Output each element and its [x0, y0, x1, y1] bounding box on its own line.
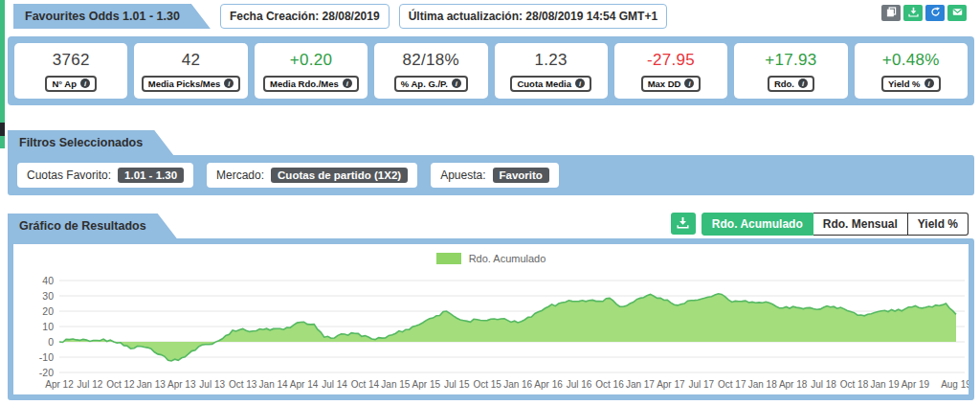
stat-label: % Ap. G./P.	[394, 76, 468, 92]
dashboard-page: Favourites Odds 1.01 - 1.30 Fecha Creaci…	[0, 0, 980, 405]
info-icon[interactable]	[80, 79, 90, 88]
header-toolbar	[881, 4, 967, 21]
copy-icon	[886, 6, 897, 20]
svg-text:10: 10	[42, 321, 54, 332]
chart-legend[interactable]: Rdo. Acumulado	[13, 244, 969, 267]
stat-label-text: % Ap. G./P.	[401, 79, 448, 89]
stat-value: 42	[182, 51, 201, 70]
header: Favourites Odds 1.01 - 1.30 Fecha Creaci…	[0, 0, 980, 29]
filters-section-tab: Filtros Seleccionados	[8, 130, 173, 155]
stat-card-pct-gp: 82/18% % Ap. G./P.	[374, 43, 487, 99]
stat-label-text: Max DD	[648, 79, 681, 89]
svg-text:Apr 18: Apr 18	[779, 379, 808, 390]
svg-text:Apr 16: Apr 16	[534, 379, 563, 390]
stat-card-media-rdo: +0.20 Media Rdo./Mes	[255, 43, 368, 99]
mail-button[interactable]	[947, 5, 967, 21]
download-icon	[677, 216, 689, 232]
svg-text:-10: -10	[39, 351, 54, 363]
stat-card-rdo: +17.93 Rdo.	[734, 43, 847, 99]
svg-text:Oct 12: Oct 12	[106, 379, 135, 390]
svg-text:Jan 17: Jan 17	[626, 379, 655, 390]
tab-rdo-mensual[interactable]: Rdo. Mensual	[813, 213, 908, 236]
svg-text:0: 0	[48, 336, 54, 348]
stat-label-text: Media Rdo./Mes	[270, 79, 339, 89]
stat-label: Media Picks/Mes	[142, 76, 241, 92]
svg-text:Jan 16: Jan 16	[503, 379, 532, 390]
stat-label: Max DD	[641, 76, 702, 92]
svg-text:Jul 12: Jul 12	[78, 379, 103, 390]
stat-value: +17.93	[765, 51, 816, 70]
tab-yield[interactable]: Yield %	[908, 213, 969, 236]
stat-card-n-ap: 3762 N° Ap	[14, 43, 127, 99]
refresh-button[interactable]	[925, 5, 945, 21]
info-icon[interactable]	[575, 79, 585, 88]
left-edge-accent	[0, 0, 5, 123]
svg-text:Oct 16: Oct 16	[595, 379, 624, 390]
stat-label: Media Rdo./Mes	[263, 76, 359, 92]
download-icon	[908, 6, 919, 20]
stat-label-text: N° Ap	[52, 79, 77, 89]
stat-value: 3762	[53, 51, 90, 70]
filter-label: Mercado:	[216, 169, 264, 182]
info-icon[interactable]	[224, 79, 234, 88]
info-icon[interactable]	[924, 79, 934, 88]
stat-label-text: Cuota Media	[517, 79, 570, 89]
stat-value: -27.95	[647, 51, 695, 70]
svg-text:Jan 14: Jan 14	[259, 379, 288, 390]
svg-text:Jul 18: Jul 18	[811, 379, 836, 390]
info-icon[interactable]	[684, 79, 694, 88]
svg-text:Jan 13: Jan 13	[137, 379, 166, 390]
creation-date-box: Fecha Creación: 28/08/2019	[220, 4, 390, 29]
refresh-icon	[930, 6, 941, 20]
filter-value-badge: Cuotas de partido (1X2)	[271, 168, 408, 183]
info-icon[interactable]	[343, 79, 352, 88]
svg-text:Oct 17: Oct 17	[718, 379, 746, 390]
stat-value: 82/18%	[403, 51, 459, 70]
stat-card-cuota-media: 1.23 Cuota Media	[495, 43, 608, 99]
chart-area: Rdo. Acumulado 403020100-10-20Apr 12Jul …	[13, 244, 969, 394]
filter-apuesta: Apuesta: Favorito	[431, 163, 559, 188]
page-title-tab: Favourites Odds 1.01 - 1.30	[13, 4, 211, 29]
svg-text:Oct 14: Oct 14	[351, 379, 380, 390]
chart-view-toggle: Rdo. Acumulado Rdo. Mensual Yield %	[702, 213, 969, 236]
svg-text:Jul 17: Jul 17	[688, 379, 714, 390]
info-icon[interactable]	[798, 79, 808, 88]
legend-swatch	[436, 253, 461, 264]
svg-text:Jul 13: Jul 13	[199, 379, 225, 390]
chart-panel: Rdo. Acumulado 403020100-10-20Apr 12Jul …	[8, 238, 974, 400]
stat-value: 1.23	[535, 51, 568, 70]
svg-text:Apr 17: Apr 17	[657, 379, 685, 390]
chart-download-button[interactable]	[671, 213, 696, 235]
download-button[interactable]	[903, 5, 923, 21]
last-update-box: Última actualización: 28/08/2019 14:54 G…	[399, 4, 667, 29]
svg-text:Jul 15: Jul 15	[444, 379, 470, 390]
stat-label-text: Rdo.	[774, 79, 794, 89]
copy-button[interactable]	[881, 5, 901, 21]
mail-icon	[952, 6, 963, 20]
svg-text:Apr 13: Apr 13	[167, 379, 196, 390]
svg-text:Jan 19: Jan 19	[870, 379, 899, 390]
stats-band: 3762 N° Ap 42 Media Picks/Mes +0.20 Medi…	[8, 36, 974, 105]
chart-section-header: Gráfico de Resultados Rdo. Acumulado Rdo…	[0, 213, 980, 238]
svg-text:Oct 13: Oct 13	[229, 379, 257, 390]
results-area-chart: 403020100-10-20Apr 12Jul 12Oct 12Jan 13A…	[13, 267, 969, 394]
left-edge-accent-dark	[0, 123, 5, 136]
svg-text:Jul 16: Jul 16	[567, 379, 592, 390]
filter-label: Cuotas Favorito:	[27, 169, 111, 182]
svg-text:Apr 14: Apr 14	[290, 379, 319, 390]
filter-mercado: Mercado: Cuotas de partido (1X2)	[207, 163, 417, 188]
tab-rdo-acumulado[interactable]: Rdo. Acumulado	[702, 213, 813, 236]
stat-value: +0.48%	[882, 51, 940, 70]
stat-card-yield: +0.48% Yield %	[855, 43, 968, 99]
svg-text:Apr 19: Apr 19	[902, 379, 930, 390]
stat-label-text: Yield %	[888, 79, 920, 89]
legend-label: Rdo. Acumulado	[469, 253, 546, 264]
stat-label: Yield %	[881, 76, 940, 92]
filter-label: Apuesta:	[440, 169, 485, 182]
svg-text:30: 30	[42, 290, 54, 302]
filters-band: Cuotas Favorito: 1.01 - 1.30 Mercado: Cu…	[8, 155, 974, 195]
chart-section-tab: Gráfico de Resultados	[8, 214, 177, 238]
filter-cuotas-favorito: Cuotas Favorito: 1.01 - 1.30	[17, 163, 193, 188]
stat-label-text: Media Picks/Mes	[148, 79, 221, 89]
info-icon[interactable]	[452, 79, 461, 88]
